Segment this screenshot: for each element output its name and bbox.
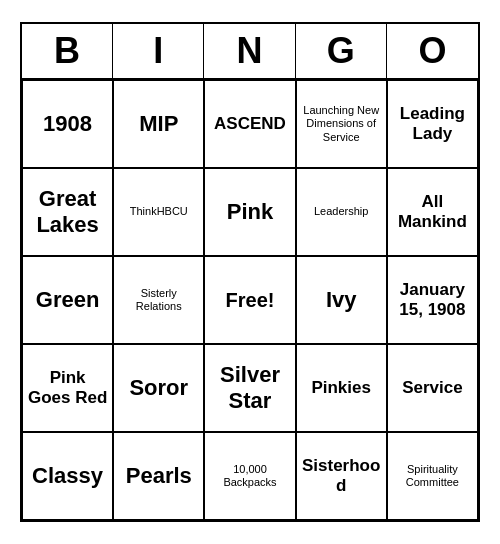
cell-r1-c4: All Mankind [387,168,478,256]
cell-r1-c1: ThinkHBCU [113,168,204,256]
cell-r0-c2: ASCEND [204,80,295,168]
cell-r2-c0: Green [22,256,113,344]
header-letter: G [296,24,387,78]
cell-r1-c2: Pink [204,168,295,256]
header-letter: O [387,24,478,78]
cell-r3-c3: Pinkies [296,344,387,432]
header-letter: B [22,24,113,78]
cell-r0-c4: Leading Lady [387,80,478,168]
cell-r4-c4: Spirituality Committee [387,432,478,520]
cell-r3-c2: Silver Star [204,344,295,432]
cell-r0-c1: MIP [113,80,204,168]
cell-r4-c1: Pearls [113,432,204,520]
bingo-card: BINGO 1908MIPASCENDLaunching New Dimensi… [20,22,480,522]
header-letter: I [113,24,204,78]
cell-r2-c1: Sisterly Relations [113,256,204,344]
bingo-grid: 1908MIPASCENDLaunching New Dimensions of… [22,80,478,520]
cell-r0-c0: 1908 [22,80,113,168]
cell-r1-c0: Great Lakes [22,168,113,256]
cell-r4-c0: Classy [22,432,113,520]
cell-r3-c0: Pink Goes Red [22,344,113,432]
cell-r3-c1: Soror [113,344,204,432]
cell-r3-c4: Service [387,344,478,432]
cell-r4-c3: Sisterhood [296,432,387,520]
cell-r2-c2: Free! [204,256,295,344]
cell-r2-c4: January 15, 1908 [387,256,478,344]
cell-r2-c3: Ivy [296,256,387,344]
bingo-header: BINGO [22,24,478,80]
cell-r1-c3: Leadership [296,168,387,256]
cell-r4-c2: 10,000 Backpacks [204,432,295,520]
cell-r0-c3: Launching New Dimensions of Service [296,80,387,168]
header-letter: N [204,24,295,78]
